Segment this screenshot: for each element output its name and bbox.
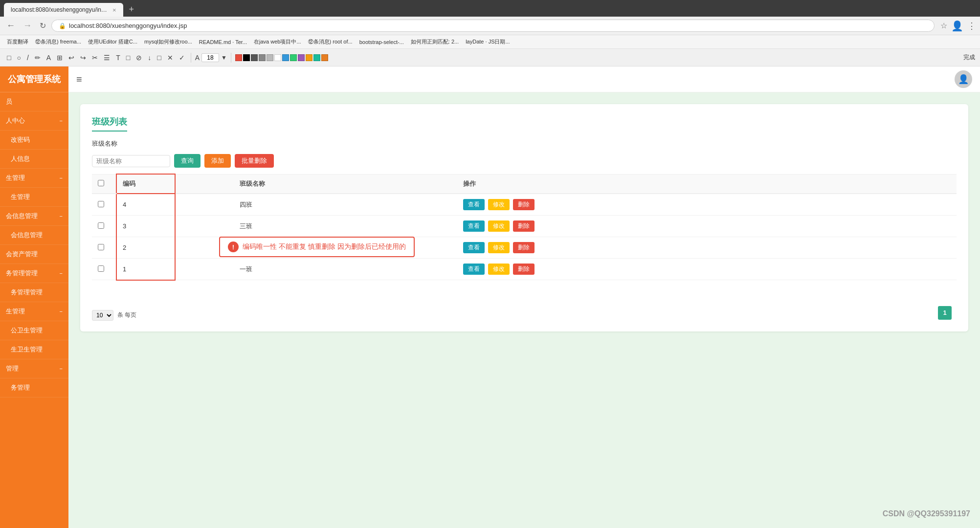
select-all-checkbox[interactable]: [98, 180, 104, 186]
anno-rect2-icon[interactable]: □: [124, 53, 132, 63]
sidebar-item-meeting-info2[interactable]: 会信息管理: [0, 226, 68, 245]
search-button[interactable]: 查询: [174, 154, 200, 168]
bookmark-ueditor[interactable]: 使用UEditor 搭建C...: [85, 37, 140, 46]
view-btn[interactable]: 查看: [463, 199, 485, 210]
bookmark-root[interactable]: ⑫条消息) root of...: [305, 37, 356, 46]
app-layout: 公寓管理系统 员 人中心 − 改密码 人信息 生管理 − 生管理 会信息管理 −…: [0, 66, 980, 528]
sidebar-item-person-info[interactable]: 人信息: [0, 150, 68, 169]
user-avatar[interactable]: 👤: [955, 70, 972, 88]
anno-rect-icon[interactable]: □: [5, 53, 13, 63]
anno-redo-icon[interactable]: ↪: [78, 53, 88, 63]
color-purple[interactable]: [298, 54, 305, 61]
sidebar-item-personal-hygiene[interactable]: 生卫生管理: [0, 340, 68, 359]
bookmark-laydate[interactable]: layDate · JS日期...: [463, 37, 512, 46]
row-checkbox[interactable]: [98, 265, 104, 272]
edit-btn[interactable]: 修改: [488, 264, 510, 275]
font-size-input[interactable]: [201, 53, 219, 62]
color-teal[interactable]: [313, 54, 320, 61]
anno-check-icon[interactable]: ✓: [177, 53, 187, 63]
delete-btn[interactable]: 删除: [513, 220, 535, 232]
anno-save-icon[interactable]: ↓: [146, 53, 153, 63]
active-tab[interactable]: localhost:8080/xueshenggongyu/index.jsp …: [4, 3, 123, 17]
batch-delete-button[interactable]: 批量删除: [235, 154, 274, 168]
new-tab-button[interactable]: +: [125, 4, 138, 17]
font-size-up-icon[interactable]: A: [195, 54, 200, 62]
color-green[interactable]: [290, 54, 297, 61]
color-red[interactable]: [235, 54, 242, 61]
bookmark-java[interactable]: 在java web项目中...: [251, 37, 304, 46]
csdn-watermark: CSDN @QQ3295391197: [883, 509, 970, 518]
edit-btn[interactable]: 修改: [488, 199, 510, 210]
color-yellow[interactable]: [306, 54, 312, 61]
sidebar-item-home[interactable]: 员: [0, 92, 68, 111]
delete-btn[interactable]: 删除: [513, 199, 535, 210]
sidebar-item-change-pwd[interactable]: 改密码: [0, 131, 68, 150]
profile-icon[interactable]: 👤: [951, 20, 963, 32]
row-checkbox[interactable]: [98, 222, 104, 229]
star-icon[interactable]: ☆: [940, 21, 947, 30]
delete-btn[interactable]: 删除: [513, 242, 535, 253]
sidebar-item-mgmt[interactable]: 管理 −: [0, 359, 68, 378]
complete-button[interactable]: 完成: [963, 53, 975, 62]
bookmark-mysql[interactable]: mysql如何修改roo...: [141, 37, 195, 46]
sidebar-item-student-mgmt2[interactable]: 生管理: [0, 188, 68, 207]
anno-text2-icon[interactable]: T: [114, 53, 122, 63]
edit-btn[interactable]: 修改: [488, 242, 510, 253]
color-black[interactable]: [243, 54, 250, 61]
nav-back-btn[interactable]: ←: [4, 20, 18, 32]
sidebar-item-public-hygiene[interactable]: 公卫生管理: [0, 321, 68, 340]
per-page-select[interactable]: 10 20 50: [92, 310, 113, 321]
anno-grid-icon[interactable]: ⊞: [55, 53, 65, 63]
bookmark-freema[interactable]: ⑫条消息) freema...: [32, 37, 84, 46]
anno-cancel-icon[interactable]: ⊘: [134, 53, 144, 63]
class-name-filter-input[interactable]: [92, 155, 170, 167]
color-blue[interactable]: [282, 54, 289, 61]
view-btn[interactable]: 查看: [463, 220, 485, 232]
bookmark-readme[interactable]: README.md · Ter...: [196, 38, 250, 46]
nav-refresh-btn[interactable]: ↻: [37, 20, 48, 31]
sidebar-item-service-mgmt[interactable]: 务管理: [0, 378, 68, 397]
color-gray[interactable]: [259, 54, 266, 61]
hamburger-button[interactable]: ≡: [76, 74, 82, 85]
color-dark-gray[interactable]: [251, 54, 258, 61]
address-bar[interactable]: 🔒 localhost:8080/xueshenggongyu/index.js…: [51, 20, 935, 32]
anno-crop-icon[interactable]: ✂: [90, 53, 100, 63]
sidebar-item-finance-mgmt[interactable]: 务管理管理 −: [0, 264, 68, 283]
anno-close-icon[interactable]: ✕: [165, 53, 175, 63]
delete-btn[interactable]: 删除: [513, 264, 535, 275]
anno-line-icon[interactable]: /: [25, 53, 31, 63]
sidebar-item-student-mgmt[interactable]: 生管理 −: [0, 169, 68, 188]
anno-pen-icon[interactable]: ✏: [33, 53, 43, 63]
bookmark-baidu[interactable]: 百度翻译: [4, 37, 31, 46]
sidebar-item-meeting-info[interactable]: 会信息管理 −: [0, 207, 68, 226]
anno-clip-icon[interactable]: □: [155, 53, 163, 63]
row-checkbox[interactable]: [98, 201, 104, 207]
font-size-down-icon[interactable]: ▼: [221, 54, 227, 61]
color-white[interactable]: [274, 54, 281, 61]
bookmark-bootstrap[interactable]: bootstrap-select-...: [356, 38, 407, 46]
view-btn[interactable]: 查看: [463, 242, 485, 253]
anno-circle-icon[interactable]: ○: [15, 53, 22, 63]
color-orange[interactable]: [321, 54, 328, 61]
row-empty: [175, 194, 234, 216]
tab-close-icon[interactable]: ×: [112, 6, 116, 14]
view-btn[interactable]: 查看: [463, 264, 485, 275]
sidebar-item-hygiene1[interactable]: 生管理 −: [0, 302, 68, 321]
bookmark-regex[interactable]: 如何用正则匹配: 2...: [408, 37, 462, 46]
anno-mosaic-icon[interactable]: ☰: [102, 53, 112, 63]
table-row: 4 四班 查看 修改 删除: [92, 194, 957, 216]
anno-undo-icon[interactable]: ↩: [67, 53, 76, 63]
sidebar-item-finance-mgmt2[interactable]: 务管理管理: [0, 283, 68, 302]
sidebar-item-label: 务管理管理: [11, 288, 43, 297]
row-actions: 查看 修改 删除: [457, 259, 957, 280]
sidebar-item-user-center[interactable]: 人中心 −: [0, 111, 68, 131]
nav-forward-btn[interactable]: →: [21, 20, 34, 32]
add-button[interactable]: 添加: [204, 154, 231, 168]
page-1-button[interactable]: 1: [938, 306, 952, 320]
edit-btn[interactable]: 修改: [488, 220, 510, 232]
row-checkbox[interactable]: [98, 244, 104, 250]
anno-text-icon[interactable]: A: [45, 53, 53, 63]
color-light-gray[interactable]: [267, 54, 273, 61]
sidebar-item-asset-mgmt[interactable]: 会资产管理: [0, 245, 68, 264]
menu-icon[interactable]: ⋮: [967, 21, 976, 31]
